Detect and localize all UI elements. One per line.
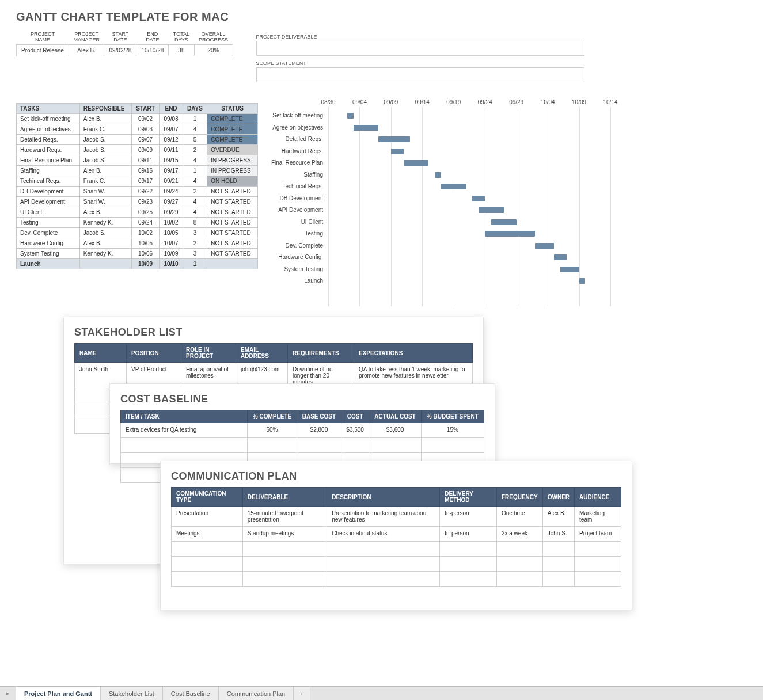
status-cell[interactable]: NOT STARTED — [207, 238, 258, 249]
task-cell[interactable]: 10/07 — [160, 238, 183, 249]
table-cell[interactable]: $3,500 — [341, 423, 369, 438]
table-cell[interactable]: Marketing team — [575, 507, 621, 527]
table-cell[interactable] — [496, 542, 542, 557]
task-cell[interactable]: Dev. Complete — [17, 228, 80, 238]
task-cell[interactable]: 09/07 — [160, 124, 183, 135]
task-cell[interactable]: 09/02 — [131, 114, 160, 124]
task-cell[interactable]: UI Client — [17, 207, 80, 218]
task-cell[interactable]: Kennedy K. — [79, 249, 131, 259]
table-cell[interactable] — [421, 438, 484, 453]
summary-cell[interactable]: 09/02/28 — [104, 44, 136, 56]
task-cell[interactable]: Jacob S. — [79, 228, 131, 238]
status-cell[interactable]: IN PROGRESS — [207, 166, 258, 176]
table-cell[interactable] — [327, 557, 440, 572]
task-cell[interactable]: Shari W. — [79, 197, 131, 207]
task-cell[interactable]: Launch — [17, 259, 80, 269]
status-cell[interactable]: NOT STARTED — [207, 187, 258, 197]
task-cell[interactable]: 1 — [183, 166, 207, 176]
table-cell[interactable]: In-person — [440, 507, 497, 527]
table-cell[interactable] — [242, 542, 327, 557]
table-cell[interactable]: 15% — [421, 423, 484, 438]
table-cell[interactable] — [369, 438, 421, 453]
task-cell[interactable]: Staffing — [17, 166, 80, 176]
table-cell[interactable] — [440, 572, 497, 587]
table-cell[interactable] — [542, 572, 574, 587]
table-cell[interactable] — [242, 557, 327, 572]
table-cell[interactable] — [172, 557, 243, 572]
table-cell[interactable]: Meetings — [172, 527, 243, 542]
task-cell[interactable]: Shari W. — [79, 187, 131, 197]
status-cell[interactable]: NOT STARTED — [207, 197, 258, 207]
table-cell[interactable]: Check in about status — [327, 527, 440, 542]
sheet-tab[interactable]: Stakeholder List — [101, 687, 163, 700]
table-cell[interactable] — [341, 438, 369, 453]
task-cell[interactable]: 09/27 — [160, 197, 183, 207]
summary-cell[interactable]: Product Release — [17, 44, 69, 56]
task-cell[interactable]: 09/22 — [131, 187, 160, 197]
task-cell[interactable]: Jacob S. — [79, 145, 131, 155]
task-cell[interactable]: 4 — [183, 155, 207, 166]
status-cell[interactable] — [207, 259, 258, 269]
table-cell[interactable] — [575, 572, 621, 587]
table-cell[interactable] — [248, 438, 297, 453]
task-cell[interactable]: System Testing — [17, 249, 80, 259]
task-cell[interactable]: Frank C. — [79, 124, 131, 135]
task-cell[interactable]: 09/11 — [131, 155, 160, 166]
scope-input[interactable] — [256, 67, 584, 82]
task-cell[interactable]: 09/21 — [160, 176, 183, 187]
task-cell[interactable]: 4 — [183, 176, 207, 187]
summary-cell[interactable]: Alex B. — [69, 44, 104, 56]
task-cell[interactable]: 3 — [183, 228, 207, 238]
task-cell[interactable]: Alex B. — [79, 114, 131, 124]
task-cell[interactable]: Hardward Reqs. — [17, 145, 80, 155]
table-cell[interactable] — [575, 557, 621, 572]
task-cell[interactable]: Set kick-off meeting — [17, 114, 80, 124]
table-cell[interactable]: Presentation — [172, 507, 243, 527]
table-cell[interactable]: $2,800 — [297, 423, 341, 438]
task-cell[interactable]: 09/16 — [131, 166, 160, 176]
task-cell[interactable]: API Development — [17, 197, 80, 207]
status-cell[interactable]: IN PROGRESS — [207, 155, 258, 166]
deliverable-input[interactable] — [256, 41, 584, 56]
task-cell[interactable]: 1 — [183, 259, 207, 269]
task-cell[interactable]: Detailed Reqs. — [17, 135, 80, 145]
task-cell[interactable]: Alex B. — [79, 207, 131, 218]
table-cell[interactable]: Standup meetings — [242, 527, 327, 542]
task-cell[interactable]: Alex B. — [79, 238, 131, 249]
task-cell[interactable]: 09/12 — [160, 135, 183, 145]
task-cell[interactable]: DB Development — [17, 187, 80, 197]
table-cell[interactable] — [496, 557, 542, 572]
table-cell[interactable] — [542, 557, 574, 572]
task-cell[interactable]: 10/02 — [131, 228, 160, 238]
status-cell[interactable]: NOT STARTED — [207, 218, 258, 228]
task-cell[interactable]: 09/23 — [131, 197, 160, 207]
status-cell[interactable]: OVERDUE — [207, 145, 258, 155]
table-cell[interactable] — [542, 542, 574, 557]
table-cell[interactable] — [496, 572, 542, 587]
status-cell[interactable]: NOT STARTED — [207, 207, 258, 218]
task-cell[interactable]: 09/03 — [160, 114, 183, 124]
task-cell[interactable]: 10/05 — [131, 238, 160, 249]
task-cell[interactable]: 8 — [183, 218, 207, 228]
task-cell[interactable]: 10/09 — [160, 249, 183, 259]
table-cell[interactable]: $3,600 — [369, 423, 421, 438]
table-cell[interactable]: 2x a week — [496, 527, 542, 542]
table-cell[interactable]: 15-minute Powerpoint presentation — [242, 507, 327, 527]
task-cell[interactable]: Frank C. — [79, 176, 131, 187]
task-cell[interactable]: 2 — [183, 187, 207, 197]
sheet-tab[interactable]: Project Plan and Gantt — [16, 687, 101, 700]
table-cell[interactable] — [440, 557, 497, 572]
task-cell[interactable]: 10/06 — [131, 249, 160, 259]
tab-nav-arrow[interactable]: ▸ — [0, 687, 16, 700]
summary-cell[interactable]: 20% — [194, 44, 233, 56]
summary-cell[interactable]: 10/10/28 — [136, 44, 169, 56]
task-cell[interactable]: 3 — [183, 249, 207, 259]
task-cell[interactable]: 2 — [183, 238, 207, 249]
task-cell[interactable]: 4 — [183, 197, 207, 207]
task-cell[interactable]: Agree on objectives — [17, 124, 80, 135]
status-cell[interactable]: COMPLETE — [207, 135, 258, 145]
task-cell[interactable]: 10/02 — [160, 218, 183, 228]
table-cell[interactable] — [242, 572, 327, 587]
task-cell[interactable]: 09/07 — [131, 135, 160, 145]
task-cell[interactable]: 4 — [183, 124, 207, 135]
